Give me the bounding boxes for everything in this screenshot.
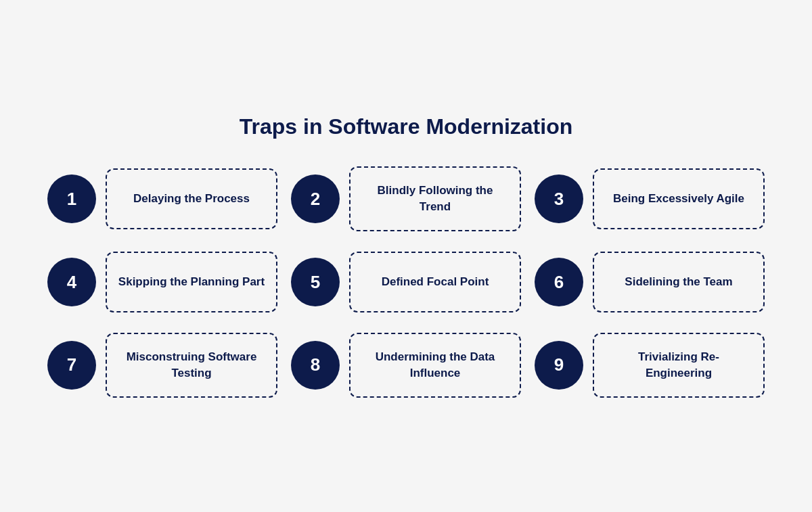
trap-label-5: Defined Focal Point xyxy=(349,252,521,312)
trap-item-5: 5Defined Focal Point xyxy=(291,252,521,312)
trap-label-8: Undermining the Data Influence xyxy=(349,333,521,398)
trap-item-4: 4Skipping the Planning Part xyxy=(47,252,277,312)
trap-number-6: 6 xyxy=(535,258,583,306)
trap-item-2: 2Blindly Following the Trend xyxy=(291,166,521,231)
page-container: Traps in Software Modernization 1Delayin… xyxy=(20,94,792,417)
trap-label-2: Blindly Following the Trend xyxy=(349,166,521,231)
trap-number-3: 3 xyxy=(535,174,583,223)
trap-number-5: 5 xyxy=(291,258,340,306)
traps-grid: 1Delaying the Process2Blindly Following … xyxy=(47,166,765,397)
trap-label-3: Being Excessively Agile xyxy=(593,168,765,229)
trap-number-4: 4 xyxy=(47,258,96,306)
trap-item-6: 6Sidelining the Team xyxy=(535,252,765,312)
trap-label-4: Skipping the Planning Part xyxy=(106,252,277,312)
trap-number-7: 7 xyxy=(47,341,96,390)
page-title: Traps in Software Modernization xyxy=(47,114,765,139)
trap-number-9: 9 xyxy=(535,341,583,390)
trap-label-9: Trivializing Re-Engineering xyxy=(593,333,765,398)
trap-label-6: Sidelining the Team xyxy=(593,252,765,312)
trap-item-7: 7Misconstruing Software Testing xyxy=(47,333,277,398)
trap-label-1: Delaying the Process xyxy=(106,168,277,229)
trap-item-8: 8Undermining the Data Influence xyxy=(291,333,521,398)
trap-number-2: 2 xyxy=(291,174,340,223)
trap-item-1: 1Delaying the Process xyxy=(47,166,277,231)
trap-item-9: 9Trivializing Re-Engineering xyxy=(535,333,765,398)
trap-number-1: 1 xyxy=(47,174,96,223)
trap-number-8: 8 xyxy=(291,341,340,390)
trap-label-7: Misconstruing Software Testing xyxy=(106,333,277,398)
trap-item-3: 3Being Excessively Agile xyxy=(535,166,765,231)
